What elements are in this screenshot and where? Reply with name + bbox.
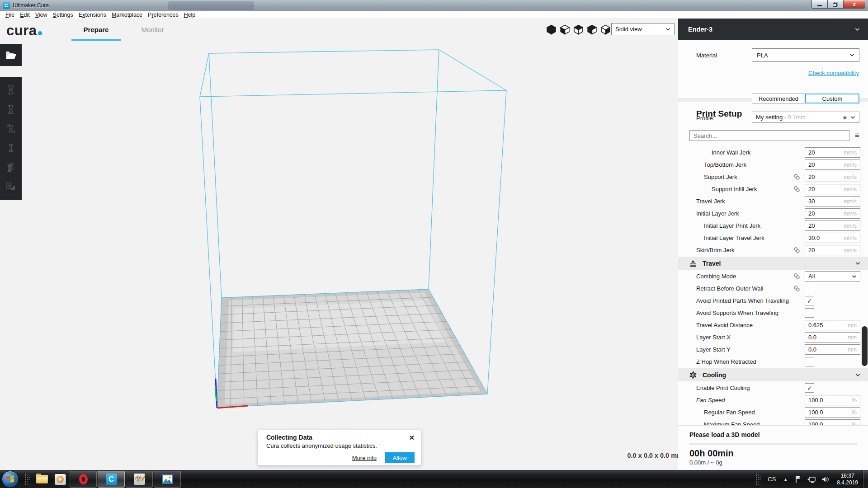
background-window-ghost [168,1,254,10]
restore-icon [833,2,838,7]
setting-input-fan-speed[interactable]: 100.0% [805,395,860,405]
unit-label: % [852,409,857,416]
star-icon[interactable]: ★ [842,114,848,121]
setting-input-support-infill-jerk[interactable]: 20mm/s [805,184,860,194]
settings-scrollbar[interactable] [862,326,868,366]
view-right-icon[interactable] [600,24,611,37]
category-travel[interactable]: Travel [678,257,868,270]
per-model-settings-tool-button[interactable] [5,161,17,174]
show-hidden-icons-button[interactable]: ▲ [783,477,788,482]
profile-dropdown[interactable]: My setting - 0.1mm ★ [752,112,859,123]
setting-label: Fan Speed [678,397,725,404]
setting-checkbox-enable-print-cooling[interactable]: ✓ [805,383,814,393]
setting-input-travel-avoid-distance[interactable]: 0.625mm [805,320,860,330]
setting-value: 0.625 [808,322,848,328]
taskbar-photo-viewer-button[interactable] [154,471,181,488]
menu-item-extensions[interactable]: Extensions [76,12,109,18]
camera-view-toolbar [546,24,611,37]
custom-button[interactable]: Custom [805,94,859,103]
move-tool-button[interactable] [5,84,17,96]
setting-value: 30.0 [808,235,844,241]
unit-label: mm/s [844,235,857,241]
machine-selector[interactable]: Ender-3 [678,19,868,40]
tab-monitor[interactable]: Monitor [124,19,181,41]
setting-label: Top/Bottom Jerk [678,161,746,168]
setting-row-maximum-fan-speed: Maximum Fan Speed100.0% [678,418,868,425]
network-icon[interactable] [807,474,817,484]
support-blocker-tool-button[interactable] [5,180,17,193]
taskbar-paint-button[interactable] [126,471,153,488]
material-select[interactable]: PLA [752,48,859,62]
menu-item-help[interactable]: Help [181,12,198,18]
setting-input-regular-fan-speed[interactable]: 100.0% [805,407,860,418]
start-button[interactable] [2,471,19,488]
title-bar[interactable]: C Ultimaker Cura [0,0,868,11]
dialog-close-icon[interactable]: ✕ [409,434,415,441]
menu-item-file[interactable]: File [3,12,17,18]
view-mode-dropdown[interactable]: Solid view [611,23,675,35]
unit-label: mm/s [844,223,857,229]
setting-input-initial-layer-print-jerk[interactable]: 20mm/s [805,221,860,231]
clock-date: 8.4.2019 [837,479,858,486]
allow-button[interactable]: Allow [385,452,415,463]
setting-row-skirt-brim-jerk: Skirt/Brim Jerk20mm/s [678,244,868,256]
view-top-icon[interactable] [573,24,584,37]
setting-input-initial-layer-travel-jerk[interactable]: 30.0mm/s [805,233,860,243]
check-compatibility-link[interactable]: Check compatibility [808,70,859,76]
setup-mode-switch: Recommended Custom [752,94,859,103]
tab-prepare[interactable]: Prepare [68,19,124,41]
restore-button[interactable] [828,0,844,9]
volume-icon[interactable] [821,474,830,484]
more-info-link[interactable]: More info [352,455,377,461]
setting-checkbox-z-hop-when-retracted[interactable] [805,357,814,366]
close-button[interactable]: x [844,0,865,9]
setting-checkbox-retract-before-outer-wall[interactable] [805,284,814,293]
rotate-tool-button[interactable] [5,122,17,135]
minimize-button[interactable] [811,0,828,9]
close-icon: x [853,1,856,7]
mirror-tool-button[interactable] [5,141,17,154]
setting-input-maximum-fan-speed[interactable]: 100.0% [805,419,860,425]
link-icon [791,271,802,282]
taskbar-media-player-button[interactable] [52,471,68,488]
category-cooling[interactable]: Cooling [678,368,868,381]
menu-item-preferences[interactable]: Preferences [145,12,181,18]
setting-checkbox-avoid-supports-when-traveling[interactable] [805,308,814,318]
menu-item-view[interactable]: View [33,12,50,18]
menu-item-edit[interactable]: Edit [17,12,33,18]
setting-row-retract-before-outer-wall: Retract Before Outer Wall [678,282,868,295]
settings-filter-menu-icon[interactable]: ≡ [849,131,859,140]
setting-value: 100.0 [808,421,852,425]
view-left-icon[interactable] [587,24,597,37]
app-icon: C [3,2,10,9]
taskbar-clock[interactable]: 16:37 8.4.2019 [837,473,858,486]
taskbar-opera-button[interactable] [70,471,97,488]
view-front-icon[interactable] [560,24,570,37]
view-3d-icon[interactable] [546,24,557,37]
setting-input-inner-wall-jerk[interactable]: 20mm/s [805,147,860,158]
taskbar-explorer-button[interactable] [34,471,50,488]
show-desktop-button[interactable] [863,470,868,488]
menu-item-marketplace[interactable]: Marketplace [109,12,145,18]
setting-input-travel-jerk[interactable]: 30mm/s [805,196,860,206]
setting-select-combing-mode[interactable]: All [805,271,860,282]
setting-input-support-jerk[interactable]: 20mm/s [805,172,860,182]
scale-tool-button[interactable] [5,103,17,116]
setting-input-layer-start-x[interactable]: 0.0mm [805,332,860,343]
menu-item-settings[interactable]: Settings [50,12,76,18]
recommended-button[interactable]: Recommended [752,94,805,103]
setting-input-layer-start-y[interactable]: 0.0mm [805,344,860,355]
search-input[interactable] [689,130,849,141]
open-file-button[interactable] [0,44,22,66]
setting-input-initial-layer-jerk[interactable]: 20mm/s [805,208,860,219]
setting-input-top-bottom-jerk[interactable]: 20mm/s [805,160,860,170]
action-center-flag-icon[interactable] [793,474,803,484]
cooling-category-icon [689,371,697,379]
chevron-down-icon [855,262,860,265]
chevron-down-icon [850,116,855,119]
taskbar-cura-button[interactable]: C [98,471,125,488]
language-indicator[interactable]: CS [768,476,776,483]
setting-input-skirt-brim-jerk[interactable]: 20mm/s [805,245,860,255]
taskbar-separator-dots [24,473,30,486]
setting-checkbox-avoid-printed-parts-when-traveling[interactable]: ✓ [805,296,814,305]
